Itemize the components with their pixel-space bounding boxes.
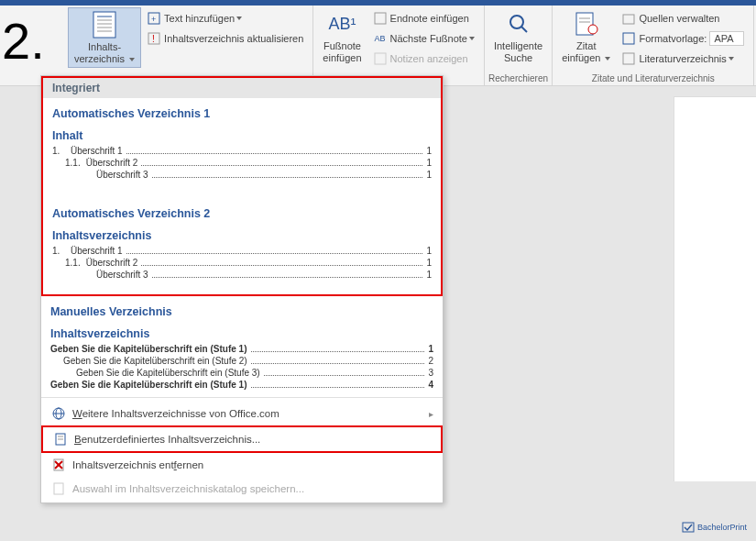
bachelorprint-logo: BachelorPrint: [682, 521, 747, 534]
ribbon: Inhalts- verzeichnis + Text hinzufügen !…: [0, 6, 756, 86]
gallery-auto1-title: Automatisches Verzeichnis 1: [52, 107, 432, 120]
manage-sources-button[interactable]: Quellen verwalten: [618, 9, 748, 28]
endnote-icon: [373, 11, 388, 26]
manage-sources-icon: [621, 11, 636, 26]
svg-rect-18: [623, 15, 634, 24]
toc-row: Überschrift 31: [52, 270, 432, 280]
toc-row: 1.1.Überschrift 21: [52, 258, 432, 268]
add-text-icon: +: [147, 11, 161, 26]
chevron-right-icon: ▸: [429, 409, 433, 419]
toc-icon: [90, 10, 119, 39]
citation-icon: [572, 9, 601, 39]
remove-toc-item[interactable]: Inhaltsverzeichnis entfernen: [41, 453, 443, 477]
toc-row: Geben Sie die Kapitelüberschrift ein (St…: [50, 368, 433, 378]
svg-text:+: +: [151, 15, 156, 24]
more-from-office-item[interactable]: Weitere Inhaltsverzeichnisse von Office.…: [41, 402, 443, 425]
gallery-auto2-title: Automatisches Verzeichnis 2: [52, 207, 432, 220]
update-toc-button[interactable]: ! Inhaltsverzeichnis aktualisieren: [143, 29, 307, 48]
svg-rect-11: [375, 53, 386, 64]
add-text-button[interactable]: + Text hinzufügen: [143, 9, 307, 28]
footnote-icon: AB¹: [327, 9, 356, 39]
save-selection-item: Auswahl im Inhaltsverzeichniskatalog spe…: [41, 477, 443, 501]
toc-row: 1.Überschrift 11: [52, 146, 432, 156]
group-citations-label: Zitate und Literaturverzeichnis: [556, 72, 750, 85]
group-research-label: Recherchieren: [488, 72, 548, 85]
svg-rect-0: [93, 12, 115, 38]
toc-button-label: Inhalts- verzeichnis: [74, 41, 135, 65]
update-toc-icon: !: [147, 31, 161, 46]
toc-dropdown: Integriert Automatisches Verzeichnis 1 I…: [40, 75, 444, 503]
style-value[interactable]: APA: [709, 31, 744, 46]
toc-button[interactable]: Inhalts- verzeichnis: [68, 7, 141, 68]
svg-rect-19: [623, 33, 634, 44]
next-footnote-button[interactable]: AB Nächste Fußnote: [369, 29, 478, 48]
toc-row: 1.1.Überschrift 21: [52, 158, 432, 168]
smart-lookup-button[interactable]: Intelligente Suche: [488, 7, 548, 66]
svg-rect-20: [623, 53, 634, 64]
style-icon: [621, 31, 636, 46]
bibliography-icon: [621, 51, 636, 66]
show-notes-icon: [373, 51, 388, 66]
insert-endnote-button[interactable]: Endnote einfügen: [369, 9, 478, 28]
toc-row: Überschrift 31: [52, 170, 432, 180]
next-footnote-icon: AB: [373, 31, 388, 46]
svg-line-13: [521, 27, 527, 32]
custom-toc-item[interactable]: Benutzerdefiniertes Inhaltsverzeichnis..…: [41, 425, 443, 453]
auto1-heading: Inhalt: [52, 129, 432, 142]
svg-rect-30: [54, 483, 63, 494]
svg-point-12: [510, 16, 523, 28]
svg-rect-31: [683, 523, 694, 532]
gallery-auto2[interactable]: Automatisches Verzeichnis 2 Inhaltsverze…: [43, 198, 441, 285]
globe-icon: [50, 406, 67, 421]
gallery-manual[interactable]: Manuelles Verzeichnis Inhaltsverzeichnis…: [41, 296, 443, 395]
gallery-manual-title: Manuelles Verzeichnis: [50, 305, 433, 318]
insert-footnote-button[interactable]: AB¹ Fußnote einfügen: [317, 7, 367, 66]
show-notes-button: Notizen anzeigen: [369, 50, 478, 68]
svg-point-17: [588, 25, 597, 34]
bibliography-button[interactable]: Literaturverzeichnis: [618, 50, 748, 68]
toc-row: Geben Sie die Kapitelüberschrift ein (St…: [50, 380, 433, 390]
save-icon: [50, 481, 67, 496]
remove-icon: [50, 458, 67, 472]
auto2-heading: Inhaltsverzeichnis: [52, 229, 432, 242]
insert-citation-button[interactable]: Zitat einfügen: [556, 7, 616, 66]
manual-heading: Inhaltsverzeichnis: [50, 327, 433, 340]
doc-icon: [52, 432, 69, 447]
svg-rect-10: [375, 13, 386, 24]
svg-text:!: !: [152, 34, 155, 44]
step-number: 2.: [2, 11, 45, 71]
builtin-header: Integriert: [43, 78, 441, 98]
toc-row: Geben Sie die Kapitelüberschrift ein (St…: [50, 344, 433, 354]
document-page: [674, 96, 756, 481]
style-selector[interactable]: Formatvorlage: APA: [618, 29, 748, 48]
toc-row: Geben Sie die Kapitelüberschrift ein (St…: [50, 356, 433, 366]
toc-row: 1.Überschrift 11: [52, 246, 432, 256]
smart-lookup-icon: [504, 9, 533, 39]
gallery-auto1[interactable]: Automatisches Verzeichnis 1 Inhalt 1.Übe…: [43, 98, 441, 185]
